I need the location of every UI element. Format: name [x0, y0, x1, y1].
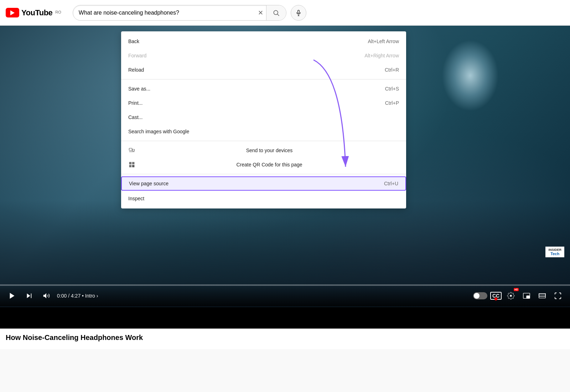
svg-rect-26	[133, 166, 133, 167]
forward-label: Forward	[128, 53, 146, 58]
svg-rect-24	[133, 165, 133, 166]
svg-rect-20	[130, 163, 131, 164]
print-shortcut: Ctrl+P	[385, 100, 399, 106]
controls-right: CC HD	[473, 289, 564, 302]
cc-button-wrapper: CC	[490, 292, 502, 300]
menu-divider-1	[121, 79, 406, 79]
context-menu-item-back[interactable]: Back Alt+Left Arrow	[121, 34, 406, 48]
settings-button[interactable]	[504, 289, 517, 302]
reload-label: Reload	[128, 67, 144, 73]
svg-point-9	[510, 295, 512, 297]
devices-icon	[128, 147, 135, 154]
youtube-logo-region: RO	[55, 10, 61, 14]
microphone-icon	[295, 10, 302, 16]
play-button[interactable]	[6, 289, 19, 302]
miniplayer-icon	[523, 292, 530, 300]
svg-rect-21	[133, 163, 134, 164]
miniplayer-button[interactable]	[520, 289, 533, 302]
svg-rect-27	[134, 165, 134, 166]
context-menu-item-cast[interactable]: Cast...	[121, 110, 406, 124]
back-label: Back	[128, 38, 139, 44]
search-images-label: Search images with Google	[128, 129, 189, 134]
volume-icon	[42, 292, 50, 300]
time-separator: /	[68, 293, 71, 299]
back-shortcut: Alt+Left Arrow	[368, 38, 399, 44]
chapter-arrow: ›	[97, 293, 98, 299]
youtube-logo-text: YouTube	[21, 8, 52, 17]
menu-divider-3	[121, 174, 406, 174]
chapter-separator: •	[82, 293, 85, 299]
search-input[interactable]	[73, 10, 255, 16]
svg-rect-22	[130, 166, 131, 166]
menu-divider-2	[121, 141, 406, 141]
youtube-logo-icon	[6, 8, 19, 17]
svg-point-0	[274, 10, 278, 15]
context-menu-item-forward: Forward Alt+Right Arrow	[121, 48, 406, 63]
theater-icon	[538, 292, 546, 300]
svg-rect-15	[133, 149, 135, 151]
video-controls: 0:00 / 4:27 • Intro › CC	[0, 285, 570, 306]
context-menu-item-save-as[interactable]: Save as... Ctrl+S	[121, 82, 406, 96]
svg-marker-6	[27, 294, 30, 298]
tech-label: Tech	[548, 252, 561, 256]
save-as-label: Save as...	[128, 86, 150, 92]
context-menu-item-inspect[interactable]: Inspect	[121, 191, 406, 206]
settings-wrapper: HD	[504, 289, 517, 302]
save-as-shortcut: Ctrl+S	[385, 86, 399, 92]
print-label: Print...	[128, 100, 142, 106]
context-menu: Back Alt+Left Arrow Forward Alt+Right Ar…	[121, 31, 406, 208]
channel-badge: INSIDER Tech	[545, 247, 564, 257]
context-menu-item-send-to-devices[interactable]: Send to your devices	[121, 143, 406, 158]
insider-label: INSIDER	[548, 248, 561, 252]
context-menu-item-search-images[interactable]: Search images with Google	[121, 124, 406, 139]
svg-rect-7	[31, 294, 32, 298]
cast-label: Cast...	[128, 114, 142, 120]
chapter-name: Intro	[85, 293, 95, 299]
context-menu-item-reload[interactable]: Reload Ctrl+R	[121, 63, 406, 77]
reload-shortcut: Ctrl+R	[385, 67, 399, 73]
youtube-logo[interactable]: YouTube RO	[6, 8, 61, 17]
video-title: How Noise-Canceling Headphones Work	[6, 334, 564, 342]
time-display: 0:00 / 4:27 • Intro ›	[57, 293, 98, 299]
view-source-shortcut: Ctrl+U	[384, 181, 398, 186]
cc-active-indicator	[494, 298, 497, 300]
inspect-label: Inspect	[128, 196, 144, 201]
video-title-bar: How Noise-Canceling Headphones Work	[0, 329, 570, 349]
search-icon	[273, 9, 280, 16]
autoplay-toggle[interactable]	[473, 292, 487, 299]
svg-rect-13	[539, 294, 545, 296]
context-menu-item-print[interactable]: Print... Ctrl+P	[121, 96, 406, 110]
forward-shortcut: Alt+Right Arrow	[364, 53, 399, 58]
svg-rect-2	[298, 10, 300, 13]
create-qr-label: Create QR Code for this page	[236, 162, 302, 167]
context-menu-item-view-source[interactable]: View page source Ctrl+U	[121, 176, 406, 191]
current-time: 0:00	[57, 293, 67, 299]
theater-mode-button[interactable]	[536, 289, 549, 302]
send-to-devices-label: Send to your devices	[246, 148, 293, 153]
qr-icon	[128, 161, 135, 168]
play-icon	[8, 292, 16, 300]
voice-search-button[interactable]	[291, 5, 306, 21]
fullscreen-button[interactable]	[551, 289, 564, 302]
fullscreen-icon	[554, 292, 562, 300]
settings-icon	[507, 292, 515, 300]
svg-marker-8	[43, 293, 46, 299]
skip-icon	[25, 292, 33, 300]
svg-rect-11	[527, 296, 529, 298]
svg-line-1	[278, 14, 279, 16]
youtube-header: YouTube RO ✕	[0, 0, 570, 26]
hd-badge: HD	[514, 288, 519, 291]
total-time: 4:27	[71, 293, 81, 299]
mute-button[interactable]	[40, 289, 53, 302]
svg-rect-14	[129, 148, 132, 150]
search-bar: ✕	[73, 5, 286, 21]
svg-rect-25	[134, 166, 134, 167]
skip-next-button[interactable]	[23, 289, 36, 302]
search-clear-button[interactable]: ✕	[255, 9, 266, 17]
view-source-label: View page source	[129, 181, 169, 186]
context-menu-item-create-qr[interactable]: Create QR Code for this page	[121, 158, 406, 172]
search-submit-button[interactable]	[266, 5, 286, 21]
svg-marker-5	[10, 293, 15, 299]
